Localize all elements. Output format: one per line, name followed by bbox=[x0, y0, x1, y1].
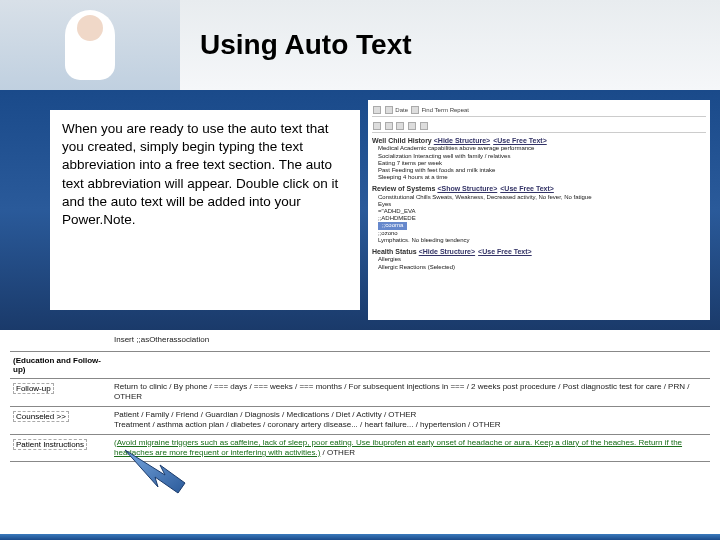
toolbar-label: Date bbox=[395, 107, 408, 113]
row-label: Patient Instructions bbox=[10, 438, 110, 451]
autotext-highlight: ;;cooma bbox=[378, 222, 407, 229]
row-label bbox=[10, 335, 110, 337]
toolbar-icon bbox=[373, 122, 381, 130]
ehr-item: Socialization Interacting well with fami… bbox=[378, 153, 706, 160]
ehr-toolbar-2 bbox=[372, 120, 706, 133]
ehr-item: Eating 7 items per week bbox=[378, 160, 706, 167]
toolbar-icon bbox=[408, 122, 416, 130]
lower-row: Insert ;;asOtherassociation bbox=[10, 332, 710, 352]
ehr-section-header: Well Child History <Hide Structure><Use … bbox=[372, 137, 706, 145]
row-content: Return to clinic / By phone / === days /… bbox=[110, 382, 710, 403]
toolbar-icon bbox=[373, 106, 381, 114]
toolbar-icon bbox=[420, 122, 428, 130]
mid-band: When you are ready to use the auto text … bbox=[0, 90, 720, 330]
toolbar-icon bbox=[411, 106, 419, 114]
ehr-item: Sleeping 4 hours at a time bbox=[378, 174, 706, 181]
ehr-item: Allergies bbox=[378, 256, 706, 263]
ehr-item: Lymphatics. No bleeding tendency bbox=[378, 237, 706, 244]
patient-instruction-autotext: (Avoid migraine triggers such as caffein… bbox=[114, 438, 682, 457]
toolbar-icon bbox=[396, 122, 404, 130]
toolbar-label: Repeat bbox=[450, 107, 469, 113]
slide-header: Using Auto Text bbox=[0, 0, 720, 90]
ehr-item: Medical Academic capabilities above aver… bbox=[378, 145, 706, 152]
ehr-section-header: Health Status <Hide Structure><Use Free … bbox=[372, 248, 706, 256]
toolbar-icon bbox=[385, 106, 393, 114]
toolbar-icon bbox=[385, 122, 393, 130]
footer-accent-bar bbox=[0, 534, 720, 540]
svg-marker-0 bbox=[125, 450, 185, 493]
header-photo bbox=[0, 0, 180, 90]
doctor-illustration bbox=[65, 10, 115, 80]
instruction-text: When you are ready to use the auto text … bbox=[50, 110, 360, 310]
toolbar-label: Find Term bbox=[421, 107, 448, 113]
row-label: Counseled >> bbox=[10, 410, 110, 423]
ehr-item: Eyes bbox=[378, 201, 706, 208]
ehr-section-header: Review of Systems <Show Structure><Use F… bbox=[372, 185, 706, 193]
row-content: Patient / Family / Friend / Guardian / D… bbox=[110, 410, 710, 431]
ehr-screenshot: Date Find Term Repeat Well Child History… bbox=[368, 100, 710, 320]
ehr-item: ="ADHD_EVA bbox=[378, 208, 706, 215]
ehr-item: ;;ozono bbox=[378, 230, 706, 237]
row-content: Insert ;;asOtherassociation bbox=[110, 335, 710, 345]
row-label: (Education and Follow-up) bbox=[10, 355, 110, 375]
lower-screenshot: Insert ;;asOtherassociation (Education a… bbox=[0, 330, 720, 464]
row-content: (Avoid migraine triggers such as caffein… bbox=[110, 438, 710, 459]
ehr-item: ;;cooma bbox=[378, 222, 706, 229]
ehr-item: Constitutional Chills Sweats, Weakness, … bbox=[378, 194, 706, 201]
ehr-item: Past Feeding with feet foods and milk in… bbox=[378, 167, 706, 174]
ehr-item: Allergic Reactions (Selected) bbox=[378, 264, 706, 271]
lower-row: Counseled >> Patient / Family / Friend /… bbox=[10, 407, 710, 435]
lower-row: (Education and Follow-up) bbox=[10, 352, 710, 379]
lower-row: Follow-up Return to clinic / By phone / … bbox=[10, 379, 710, 407]
ehr-item: ;;ADHDMEDE bbox=[378, 215, 706, 222]
row-label: Follow-up bbox=[10, 382, 110, 395]
ehr-toolbar: Date Find Term Repeat bbox=[372, 104, 706, 117]
lower-row: Patient Instructions (Avoid migraine tri… bbox=[10, 435, 710, 463]
slide-title: Using Auto Text bbox=[200, 29, 412, 61]
